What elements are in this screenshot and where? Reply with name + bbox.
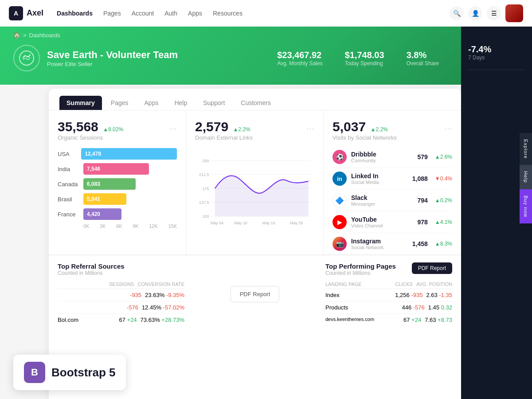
social-list: ⚽ Dribbble Community 579 ▲2.6% in Linked… [332,146,452,254]
home-icon[interactable]: 🏠 [13,32,20,39]
bootstrap-watermark: B Bootstrap 5 [13,355,126,390]
dark-stat-label: 7 Days [468,55,525,61]
linkedin-count: 1,088 [412,175,428,182]
bar-label-usa: USA [58,151,78,157]
tab-customers[interactable]: Customers [234,96,278,110]
dribbble-info: Dribbble Community [351,151,413,163]
svg-text:May 10: May 10 [234,221,247,225]
bar-axis: 0K3K6K9K12K15K [58,223,177,229]
side-pills: Explore Help Buy now [520,133,532,223]
explore-pill[interactable]: Explore [520,133,532,165]
nav-auth[interactable]: Auth [164,10,177,17]
menu-button[interactable]: ☰ [487,6,501,20]
svg-text:250: 250 [202,159,209,163]
nav-pages[interactable]: Pages [103,10,121,17]
metric-social: 5,037 ▲2.2% ⋯ Visits by Social Networks … [324,110,461,254]
metric3-more[interactable]: ⋯ [444,124,452,133]
top-performing-pages: Top Performing Pages Counted in Millions… [325,262,452,326]
nav-right: 🔍 👤 ☰ [450,4,523,22]
pdf-report-button-2[interactable]: PDF Report [412,262,452,274]
bar-value-brasil: 5,041 [87,196,100,202]
metric2-more[interactable]: ⋯ [306,124,314,133]
bar-value-usa: 12,478 [85,151,101,157]
bar-row-france: France 4,420 [58,208,177,220]
bar-row-usa: USA 12,478 [58,148,177,160]
pdf-report-button[interactable]: PDF Report [231,286,280,302]
referral-row-2: -576 12.45% -57.02% [58,301,184,314]
performing-row-1: Index 1,256 -935 2.63 -1.35 [325,289,452,301]
help-pill[interactable]: Help [520,165,532,189]
svg-point-0 [20,51,34,65]
stat-label-2: Today Spending [345,60,384,66]
bar-label-france: France [58,211,80,218]
tab-help[interactable]: Help [167,96,194,110]
metric-organic-sessions: 35,568 ▲8.02% ⋯ Organic Sessions USA 12,… [49,110,186,254]
breadcrumb-current: Dashboards [29,32,60,39]
line-chart-svg: 250 212.5 175 137.5 100 May 04 May 10 Ma… [195,148,314,237]
bar-value-canada: 6,083 [87,181,100,187]
metric3-number: 5,037 [332,119,366,134]
stat-value-2: $1,748.03 [345,50,384,60]
bar-value-france: 4,420 [87,211,100,217]
svg-text:212.5: 212.5 [199,172,209,177]
bar-row-india: India 7,546 [58,163,177,175]
svg-text:175: 175 [202,187,209,191]
svg-text:May 26: May 26 [290,221,303,225]
org-logo [13,45,40,71]
pdf-report-area: PDF Report [192,262,318,326]
org-name: Save Earth - Volunteer Team [47,49,178,61]
slack-change: ▲0.2% [435,197,452,203]
tab-support[interactable]: Support [196,96,232,110]
bar-label-canada: Canada [58,181,80,188]
referral-row-3: Bol.com 67 +24 73.63% +28.73% [58,314,184,326]
metric3-label: Visits by Social Networks [332,134,452,141]
main-area: Summary Pages Apps Help Support Customer… [49,89,461,399]
performing-row-2: Products 446 -576 1.45 0.32 [325,301,452,314]
slack-count: 794 [417,197,427,204]
slack-icon: 🔷 [332,193,347,207]
dark-panel-stat: -7.4% 7 Days [468,35,525,70]
nav-resources[interactable]: Resources [213,10,243,17]
bootstrap-icon: B [24,362,45,383]
buy-now-pill[interactable]: Buy now [520,189,532,223]
svg-text:100: 100 [202,214,209,219]
metrics-grid: 35,568 ▲8.02% ⋯ Organic Sessions USA 12,… [49,110,461,255]
dribbble-change: ▲2.6% [435,154,452,160]
social-row-dribbble: ⚽ Dribbble Community 579 ▲2.6% [332,146,452,168]
linkedin-change: ▼0.4% [435,176,452,182]
instagram-change: ▲8.3% [435,241,452,247]
nav-links: Dashboards Pages Account Auth Apps Resou… [57,10,450,17]
stat-value-1: $23,467.92 [277,50,323,60]
nav-dashboards[interactable]: Dashboards [57,10,93,17]
tab-pages[interactable]: Pages [104,96,136,110]
social-row-linkedin: in Linked In Social Media 1,088 ▼0.4% [332,168,452,190]
tab-apps[interactable]: Apps [137,96,166,110]
notification-button[interactable]: 👤 [468,6,482,20]
youtube-count: 978 [417,219,427,226]
search-button[interactable]: 🔍 [450,6,464,20]
stat-monthly-sales: $23,467.92 Avg. Monthly Sales [277,50,323,66]
slack-info: Slack Messanger [351,194,413,207]
tab-summary[interactable]: Summary [59,96,102,110]
referral-row-1: -935 23.63% -9.35% [58,289,184,301]
referral-subtitle: Counted in Millions [58,270,184,276]
bar-label-india: India [58,166,80,172]
referral-sources: Top Referral Sources Counted in Millions… [58,262,184,326]
dark-stat-value: -7.4% [468,44,525,55]
breadcrumb-sep: > [23,32,27,39]
bar-value-india: 7,546 [87,166,100,172]
stat-label-1: Avg. Monthly Sales [277,60,323,66]
stat-label-3: Overall Share [407,60,439,66]
performing-title: Top Performing Pages [325,262,396,270]
logo-text: Axel [27,8,43,18]
nav-account[interactable]: Account [132,10,154,17]
metric1-more[interactable]: ⋯ [169,124,177,133]
youtube-info: YouTube Video Channel [351,216,413,228]
nav-apps[interactable]: Apps [188,10,202,17]
metric1-number: 35,568 [58,119,98,134]
green-header: 🏠 > Dashboards Save Earth - Volunteer Te… [0,27,532,85]
stat-overall-share: 3.8% Overall Share [407,50,439,66]
referral-title: Top Referral Sources [58,262,184,270]
user-avatar[interactable] [505,4,523,22]
linkedin-icon: in [332,172,347,186]
